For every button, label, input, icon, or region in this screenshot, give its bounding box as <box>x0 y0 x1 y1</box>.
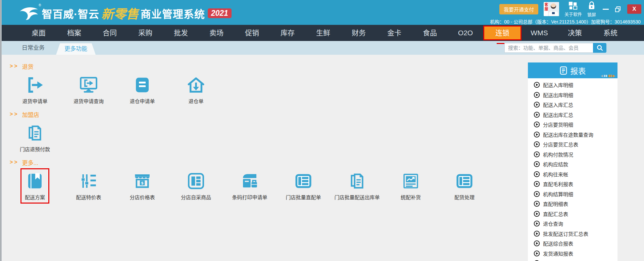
app-label: 退仓单 <box>188 97 203 104</box>
report-item-label: 机构结算明细 <box>543 190 573 198</box>
report-item-label: 配送出库在途数量查询 <box>543 131 593 138</box>
report-item-label: 直配明细表 <box>543 200 568 207</box>
report-item-label: 配送差异查询 <box>543 260 573 261</box>
section-chevrons: >> <box>10 63 19 69</box>
app-label: 门店退预付款 <box>20 145 50 153</box>
app-退货申请查询[interactable]: 退货申请查询 <box>62 72 115 107</box>
report-item-label: 分店要货汇总表 <box>543 141 578 148</box>
app-label: 配送特价表 <box>76 193 101 201</box>
nav-item-档案[interactable]: 档案 <box>56 25 92 41</box>
app-分店自采商品[interactable]: 分店自采商品 <box>169 168 223 204</box>
customer-service-avatar[interactable]: 客服 <box>544 2 559 16</box>
report-item-直配汇总表[interactable]: 直配汇总表 <box>528 209 617 219</box>
play-circle-icon <box>534 131 540 138</box>
search-input[interactable] <box>504 43 593 53</box>
docs-stack-icon <box>25 123 45 143</box>
app-条码打印申请单[interactable]: 条码打印申请单 <box>223 168 277 204</box>
nav-item-食品[interactable]: 食品 <box>412 25 448 41</box>
restore-button[interactable] <box>615 6 621 12</box>
app-配货处理[interactable]: 配货处理 <box>438 168 491 204</box>
report-item-退仓查询[interactable]: 退仓查询 <box>528 219 617 229</box>
play-circle-icon <box>534 112 540 118</box>
report-item-分店要货汇总表[interactable]: 分店要货汇总表 <box>528 139 617 149</box>
svg-text:$: $ <box>141 181 144 185</box>
report-item-配送出库汇总[interactable]: 配送出库汇总 <box>528 110 617 120</box>
close-button[interactable]: X <box>627 4 641 14</box>
nav-item-合同[interactable]: 合同 <box>92 25 128 41</box>
app-门店批量直配单[interactable]: 门店批量直配单 <box>277 168 330 204</box>
play-circle-icon <box>534 191 540 197</box>
report-item-配送差异查询[interactable]: 配送差异查询 <box>528 258 617 261</box>
app-label: 配货处理 <box>454 193 475 201</box>
report-item-分店要货明细[interactable]: 分店要货明细 <box>528 120 617 130</box>
window-controls: X <box>603 4 641 14</box>
report-item-批发配送订货汇总表[interactable]: 批发配送订货汇总表 <box>528 229 617 239</box>
report-item-配送入库明细[interactable]: 配送入库明细 <box>528 80 617 90</box>
nav-item-财务[interactable]: 财务 <box>341 25 377 41</box>
play-circle-icon <box>534 101 540 108</box>
play-circle-icon <box>534 92 540 98</box>
report-item-label: 配送出库汇总 <box>543 111 573 118</box>
nav-item-系统[interactable]: 系统 <box>593 25 628 41</box>
nav-item-金卡[interactable]: 金卡 <box>377 25 412 41</box>
app-label: 条码打印申请单 <box>232 193 267 201</box>
open-payment-button[interactable]: 我要开通支付 <box>499 4 538 14</box>
report-item-直配毛利报表[interactable]: 直配毛利报表 <box>528 179 617 189</box>
app-配送方案[interactable]: 配送方案 <box>8 168 62 204</box>
sidebar-pager-arrows[interactable]: ◀▮▮▮▮▶ <box>601 74 615 78</box>
report-item-label: 配送综合报表 <box>543 240 573 247</box>
reports-sidebar-header: 报表 ◀▮▮▮▮▶ <box>528 62 617 78</box>
app-label: 分店自采商品 <box>181 193 211 201</box>
section-title-text: 退货 <box>22 62 34 71</box>
about-software-button[interactable]: 关于软件 <box>564 1 582 17</box>
app-退仓单[interactable]: 退仓单 <box>169 72 223 107</box>
tab-更多功能[interactable]: 更多功能 <box>56 43 96 55</box>
app-配送特价表[interactable]: 配送特价表 <box>62 168 115 204</box>
report-item-label: 配送入库汇总 <box>543 101 573 108</box>
nav-item-决策[interactable]: 决策 <box>557 25 593 41</box>
nav-item-WMS[interactable]: WMS <box>522 25 557 41</box>
sliders-list-icon <box>79 171 98 191</box>
app-label: 退货申请查询 <box>73 97 104 104</box>
report-item-配送综合报表[interactable]: 配送综合报表 <box>528 238 617 249</box>
report-item-label: 退仓查询 <box>543 220 563 227</box>
report-item-机构结算明细[interactable]: 机构结算明细 <box>528 189 617 199</box>
search-icon <box>596 44 603 51</box>
house-download-icon <box>186 75 206 95</box>
app-门店批量配送出库单[interactable]: 门店批量配送出库单 <box>330 168 384 204</box>
report-doc-icon <box>560 66 567 75</box>
report-item-配送出库明细[interactable]: 配送出库明细 <box>528 90 617 100</box>
report-item-label: 直配毛利报表 <box>543 180 573 187</box>
app-统配补货[interactable]: 统配补货 <box>384 168 438 204</box>
nav-item-批发[interactable]: 批发 <box>163 25 199 41</box>
nav-item-桌面[interactable]: 桌面 <box>21 25 56 41</box>
nav-item-卖场[interactable]: 卖场 <box>199 25 234 41</box>
search-button[interactable] <box>593 43 606 53</box>
app-label: 门店批量直配单 <box>286 193 321 201</box>
nav-item-连锁[interactable]: 连锁 <box>483 26 522 40</box>
nav-item-库存[interactable]: 库存 <box>270 25 305 41</box>
app-退仓申请单[interactable]: 退仓申请单 <box>115 72 169 107</box>
tab-日常业务[interactable]: 日常业务 <box>17 41 49 55</box>
nav-item-促销[interactable]: 促销 <box>234 25 270 41</box>
app-分店价格表[interactable]: $ 分店价格表 <box>115 168 169 204</box>
nav-item-生鲜[interactable]: 生鲜 <box>305 25 341 41</box>
brand: ® 智百威·智云 新零售 商业管理系统 2021 <box>19 4 232 22</box>
report-item-配送入库汇总[interactable]: 配送入库汇总 <box>528 100 617 110</box>
minimize-button[interactable] <box>603 9 609 10</box>
brand-logo-icon <box>19 5 41 21</box>
report-item-机构往来帐[interactable]: 机构往来帐 <box>528 169 617 179</box>
report-item-机构应结款[interactable]: 机构应结款 <box>528 159 617 169</box>
app-label: 退货申请单 <box>22 97 47 104</box>
app-门店退预付款[interactable]: 门店退预付款 <box>8 120 62 156</box>
app-退货申请单[interactable]: 退货申请单 <box>8 72 62 107</box>
report-item-配送出库在途数量查询[interactable]: 配送出库在途数量查询 <box>528 130 617 140</box>
report-item-机构付款情况[interactable]: 机构付款情况 <box>528 149 617 160</box>
doc-lines-icon <box>133 75 152 95</box>
nav-item-O2O[interactable]: O2O <box>448 25 483 41</box>
table-filled-icon <box>294 171 313 191</box>
lock-screen-button[interactable]: 锁屏 <box>587 1 596 17</box>
nav-item-采购[interactable]: 采购 <box>128 25 163 41</box>
report-item-直配明细表[interactable]: 直配明细表 <box>528 199 617 209</box>
report-item-发货通知报表[interactable]: 发货通知报表 <box>528 249 617 259</box>
